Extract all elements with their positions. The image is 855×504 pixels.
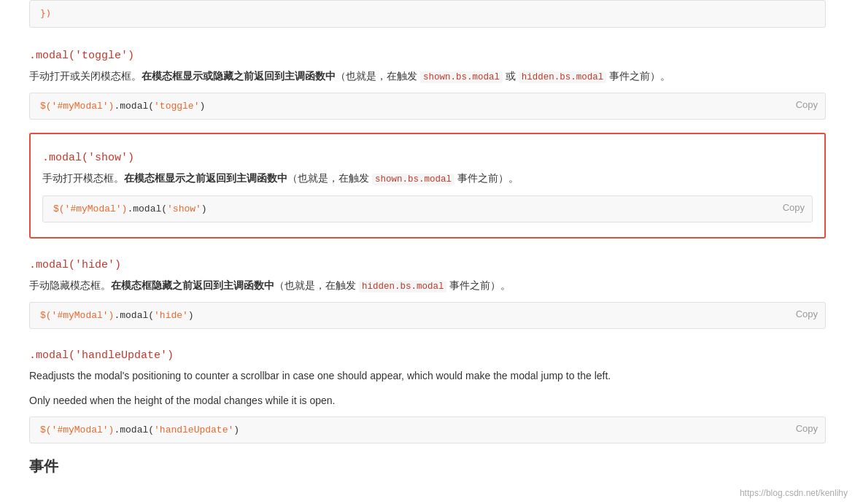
code-block-toggle: $('#myModal').modal('toggle') Copy bbox=[29, 93, 826, 120]
method-title-toggle: .modal('toggle') bbox=[29, 42, 826, 62]
inline-code-shown-bs-modal-1: shown.bs.modal bbox=[420, 71, 503, 83]
section-toggle: .modal('toggle') 手动打开或关闭模态框。在模态框显示或隐藏之前返… bbox=[29, 42, 826, 120]
code-block-hide: $('#myModal').modal('hide') Copy bbox=[29, 302, 826, 329]
top-partial-code: }) bbox=[40, 8, 52, 19]
page-wrapper: }) .modal('toggle') 手动打开或关闭模态框。在模态框显示或隐藏… bbox=[0, 0, 855, 504]
code-method-2: .modal( bbox=[127, 203, 167, 214]
section-handleupdate: .modal('handleUpdate') Readjusts the mod… bbox=[29, 342, 826, 444]
code-block-handleupdate: $('#myModal').modal('handleUpdate') Copy bbox=[29, 416, 826, 443]
code-string-hide: 'hide' bbox=[154, 310, 188, 321]
code-close-paren-3: ) bbox=[188, 310, 194, 321]
method-title-hide: .modal('hide') bbox=[29, 252, 826, 271]
description-handleupdate-line2: Only needed when the height of the modal… bbox=[29, 392, 826, 410]
description-handleupdate-line1: Readjusts the modal's positioning to cou… bbox=[29, 368, 826, 385]
code-hide-text: $('#myModal').modal('hide') bbox=[40, 310, 194, 321]
copy-button-hide[interactable]: Copy bbox=[796, 309, 818, 319]
copy-button-show[interactable]: Copy bbox=[783, 202, 805, 213]
code-toggle-text: $('#myModal').modal('toggle') bbox=[40, 101, 205, 112]
code-handleupdate-text: $('#myModal').modal('handleUpdate') bbox=[40, 424, 239, 435]
code-string-show: 'show' bbox=[167, 203, 201, 214]
section-show-highlighted: .modal('show') 手动打开模态框。在模态框显示之前返回到主调函数中（… bbox=[29, 133, 826, 238]
inline-code-hidden-bs-modal-1: hidden.bs.modal bbox=[519, 71, 607, 83]
code-string-toggle: 'toggle' bbox=[154, 101, 199, 112]
description-toggle: 手动打开或关闭模态框。在模态框显示或隐藏之前返回到主调函数中（也就是，在触发 s… bbox=[29, 68, 826, 85]
code-selector-4: $('#myModal') bbox=[40, 424, 114, 435]
inline-code-shown-bs-modal-2: shown.bs.modal bbox=[372, 174, 454, 185]
description-hide: 手动隐藏模态框。在模态框隐藏之前返回到主调函数中（也就是，在触发 hidden.… bbox=[29, 277, 826, 295]
copy-button-handleupdate[interactable]: Copy bbox=[796, 423, 818, 434]
code-show-text: $('#myModal').modal('show') bbox=[53, 203, 207, 214]
code-selector-2: $('#myModal') bbox=[53, 203, 127, 214]
code-method-1: .modal( bbox=[114, 101, 154, 112]
copy-button-toggle[interactable]: Copy bbox=[796, 99, 818, 110]
watermark: https://blog.csdn.net/kenlihy bbox=[740, 488, 848, 498]
code-close-paren-2: ) bbox=[201, 203, 207, 214]
code-string-handleupdate: 'handleUpdate' bbox=[154, 424, 233, 435]
code-selector-3: $('#myModal') bbox=[40, 310, 114, 321]
section-hide: .modal('hide') 手动隐藏模态框。在模态框隐藏之前返回到主调函数中（… bbox=[29, 252, 826, 329]
code-selector-1: $('#myModal') bbox=[40, 101, 114, 112]
top-partial-snippet: }) bbox=[29, 0, 826, 28]
method-title-handleupdate: .modal('handleUpdate') bbox=[29, 342, 826, 362]
code-method-3: .modal( bbox=[114, 310, 154, 321]
code-method-4: .modal( bbox=[114, 424, 154, 435]
code-block-show: $('#myModal').modal('show') Copy bbox=[42, 195, 813, 222]
event-heading: 事件 bbox=[29, 457, 826, 476]
code-close-paren-1: ) bbox=[199, 101, 205, 112]
method-title-show: .modal('show') bbox=[42, 144, 813, 164]
description-show: 手动打开模态框。在模态框显示之前返回到主调函数中（也就是，在触发 shown.b… bbox=[42, 170, 813, 187]
code-close-paren-4: ) bbox=[233, 424, 239, 435]
inline-code-hidden-bs-modal-2: hidden.bs.modal bbox=[359, 281, 447, 292]
